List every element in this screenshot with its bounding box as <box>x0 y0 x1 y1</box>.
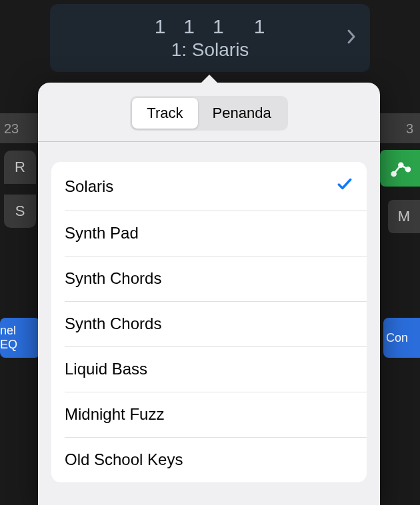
track-row[interactable]: Synth Pad <box>51 211 367 256</box>
channel-eq-plugin[interactable]: nel EQ <box>0 318 40 358</box>
track-row[interactable]: Midnight Fuzz <box>51 392 367 437</box>
track-label: Synth Chords <box>65 314 161 333</box>
track-selector-popover: Track Penanda Solaris Synth Pad Synth Ch… <box>38 83 380 505</box>
track-list: Solaris Synth Pad Synth Chords Synth Cho… <box>51 162 367 482</box>
solo-button[interactable]: S <box>4 195 36 228</box>
mute-button[interactable]: M <box>388 200 420 233</box>
segmented-control: Track Penanda <box>130 96 287 131</box>
pos-division: 1 <box>213 15 225 38</box>
track-row[interactable]: Liquid Bass <box>51 346 367 392</box>
ruler-mark-right: 3 <box>406 121 413 137</box>
pos-ticks: 1 <box>254 15 266 38</box>
checkmark-icon <box>336 175 353 197</box>
lcd-display[interactable]: 1 1 1 1 1: Solaris <box>50 4 370 72</box>
automation-button[interactable] <box>380 150 420 187</box>
pos-beats: 1 <box>183 15 195 38</box>
track-label: Solaris <box>65 177 113 196</box>
track-label: Midnight Fuzz <box>65 405 164 424</box>
compressor-plugin[interactable]: Con <box>383 318 420 358</box>
ruler-mark-left: 23 <box>4 121 19 137</box>
tab-penanda[interactable]: Penanda <box>198 98 286 129</box>
track-row[interactable]: Solaris <box>51 162 367 211</box>
track-row[interactable]: Synth Chords <box>51 256 367 301</box>
position-display: 1 1 1 1 <box>155 15 266 38</box>
current-track-title: 1: Solaris <box>171 39 249 61</box>
track-row[interactable]: Old School Keys <box>51 437 367 482</box>
pos-bars: 1 <box>155 15 167 38</box>
track-label: Synth Pad <box>65 224 139 243</box>
record-button[interactable]: R <box>4 151 36 184</box>
tab-track[interactable]: Track <box>132 98 197 129</box>
track-row[interactable]: Synth Chords <box>51 301 367 346</box>
track-label: Synth Chords <box>65 269 161 288</box>
track-label: Liquid Bass <box>65 360 147 378</box>
automation-icon <box>389 158 411 179</box>
chevron-right-icon <box>346 28 357 48</box>
track-label: Old School Keys <box>65 450 183 469</box>
